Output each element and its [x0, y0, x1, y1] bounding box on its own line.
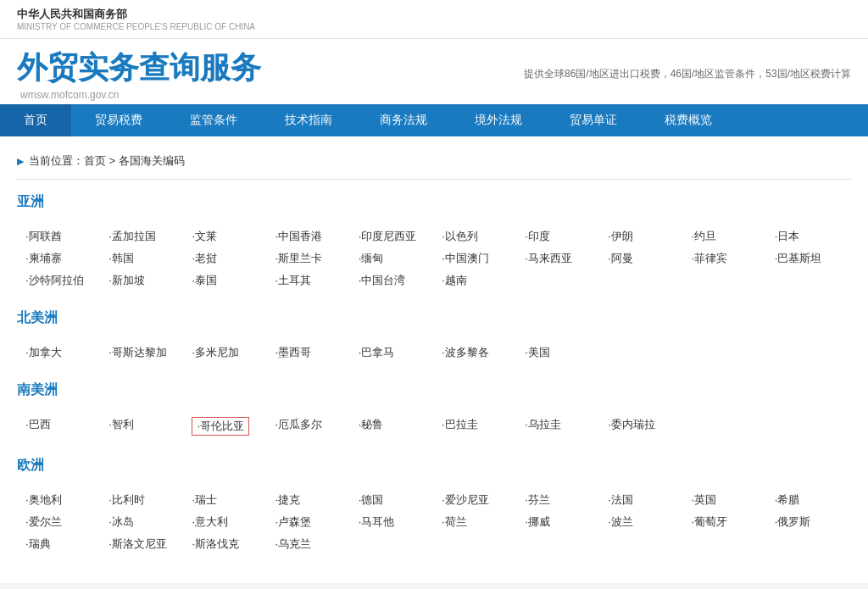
country-portugal[interactable]: ·葡萄牙: [692, 515, 728, 528]
breadcrumb: 当前位置：首页 > 各国海关编码: [17, 147, 851, 180]
country-norway[interactable]: ·挪威: [525, 515, 550, 528]
site-description: 提供全球86国/地区进出口税费，46国/地区监管条件，53国/地区税费计算: [524, 65, 851, 82]
country-puertorico[interactable]: ·波多黎各: [442, 346, 489, 358]
country-netherlands[interactable]: ·荷兰: [442, 515, 467, 528]
country-indonesia[interactable]: ·印度尼西亚: [359, 230, 417, 242]
country-pakistan[interactable]: ·巴基斯坦: [775, 252, 822, 264]
nav-tax-overview[interactable]: 税费概览: [641, 104, 736, 136]
nav-overseas-law[interactable]: 境外法规: [451, 104, 546, 136]
country-france[interactable]: ·法国: [608, 493, 633, 506]
nav-trade-tax[interactable]: 贸易税费: [71, 104, 166, 136]
country-sweden[interactable]: ·瑞典: [25, 537, 51, 550]
country-chile[interactable]: ·智利: [108, 418, 134, 431]
country-hk[interactable]: ·中国香港: [275, 230, 323, 242]
country-turkey[interactable]: ·土耳其: [275, 274, 312, 286]
europe-countries-table: ·奥地利 ·比利时 ·瑞士 ·捷克 ·德国 ·爱沙尼亚 ·芬兰 ·法国 ·英国 …: [17, 488, 851, 556]
country-jordan[interactable]: ·约旦: [692, 230, 717, 242]
country-saudi[interactable]: ·沙特阿拉伯: [25, 274, 84, 286]
ministry-name-en: MINISTRY OF COMMERCE PEOPLE'S REPUBLIC O…: [17, 22, 851, 31]
country-bangladesh[interactable]: ·孟加拉国: [108, 230, 156, 242]
country-paraguay[interactable]: ·巴拉圭: [442, 418, 478, 431]
country-canada[interactable]: ·加拿大: [25, 346, 62, 358]
country-malta[interactable]: ·马耳他: [359, 515, 395, 528]
country-macau[interactable]: ·中国澳门: [442, 252, 489, 264]
region-europe-title: 欧洲: [17, 457, 851, 480]
country-iran[interactable]: ·伊朗: [608, 230, 633, 242]
country-austria[interactable]: ·奥地利: [25, 493, 62, 506]
content-area: 当前位置：首页 > 各国海关编码 亚洲 ·阿联酋 ·孟加拉国 ·文莱 ·中国香港…: [0, 136, 868, 583]
country-germany[interactable]: ·德国: [359, 493, 384, 506]
country-brazil[interactable]: ·巴西: [25, 418, 51, 431]
asia-countries-table: ·阿联酋 ·孟加拉国 ·文莱 ·中国香港 ·印度尼西亚 ·以色列 ·印度 ·伊朗…: [17, 225, 851, 292]
country-russia[interactable]: ·俄罗斯: [775, 515, 811, 528]
country-brunei[interactable]: ·文莱: [192, 230, 217, 242]
country-costarica[interactable]: ·哥斯达黎加: [108, 346, 167, 358]
south-america-countries-table: ·巴西 ·智利 ·哥伦比亚 ·厄瓜多尔 ·秘鲁 ·巴拉圭 ·乌拉圭 ·委内瑞拉: [17, 413, 851, 440]
site-title: 外贸实务查询服务: [17, 47, 261, 89]
country-philippines[interactable]: ·菲律宾: [692, 252, 728, 264]
region-north-america-title: 北美洲: [17, 309, 851, 332]
nav-supervision[interactable]: 监管条件: [166, 104, 261, 136]
country-singapore[interactable]: ·新加坡: [108, 274, 145, 286]
north-america-countries-table: ·加拿大 ·哥斯达黎加 ·多米尼加 ·墨西哥 ·巴拿马 ·波多黎各 ·美国: [17, 341, 851, 364]
country-ukraine[interactable]: ·乌克兰: [275, 537, 312, 550]
country-switzerland[interactable]: ·瑞士: [192, 493, 217, 506]
country-uae[interactable]: ·阿联酋: [25, 230, 62, 242]
country-panama[interactable]: ·巴拿马: [359, 346, 395, 358]
country-slovakia[interactable]: ·斯洛伐克: [192, 537, 239, 550]
country-uruguay[interactable]: ·乌拉圭: [525, 418, 561, 431]
country-malaysia[interactable]: ·马来西亚: [525, 252, 572, 264]
country-luxembourg[interactable]: ·卢森堡: [275, 515, 312, 528]
country-cambodia[interactable]: ·柬埔寨: [25, 252, 62, 264]
country-iceland[interactable]: ·冰岛: [108, 515, 134, 528]
country-venezuela[interactable]: ·委内瑞拉: [608, 418, 655, 431]
country-slovenia[interactable]: ·斯洛文尼亚: [108, 537, 167, 550]
country-finland[interactable]: ·芬兰: [525, 493, 550, 506]
country-dominica[interactable]: ·多米尼加: [192, 346, 239, 358]
country-oman[interactable]: ·阿曼: [608, 252, 633, 264]
region-south-america: 南美洲 ·巴西 ·智利 ·哥伦比亚 ·厄瓜多尔 ·秘鲁 ·巴拉圭 ·乌拉圭 ·委…: [17, 381, 851, 440]
region-asia: 亚洲 ·阿联酋 ·孟加拉国 ·文莱 ·中国香港 ·印度尼西亚 ·以色列 ·印度 …: [17, 193, 851, 292]
country-korea[interactable]: ·韩国: [108, 252, 134, 264]
country-italy[interactable]: ·意大利: [192, 515, 228, 528]
country-belgium[interactable]: ·比利时: [108, 493, 145, 506]
country-mexico[interactable]: ·墨西哥: [275, 346, 312, 358]
country-vietnam[interactable]: ·越南: [442, 274, 467, 286]
country-thailand[interactable]: ·泰国: [192, 274, 217, 286]
country-laos[interactable]: ·老挝: [192, 252, 217, 264]
nav-home[interactable]: 首页: [0, 104, 71, 136]
country-uk[interactable]: ·英国: [692, 493, 717, 506]
country-srilanka[interactable]: ·斯里兰卡: [275, 252, 323, 264]
region-north-america: 北美洲 ·加拿大 ·哥斯达黎加 ·多米尼加 ·墨西哥 ·巴拿马 ·波多黎各 ·美…: [17, 309, 851, 364]
ministry-name-cn: 中华人民共和国商务部: [17, 7, 851, 22]
site-url: wmsw.mofcom.gov.cn: [17, 89, 261, 101]
nav-bar: 首页 贸易税费 监管条件 技术指南 商务法规 境外法规 贸易单证 税费概览: [0, 104, 868, 136]
country-india[interactable]: ·印度: [525, 230, 550, 242]
country-colombia[interactable]: ·哥伦比亚: [192, 417, 249, 436]
nav-tech-guide[interactable]: 技术指南: [261, 104, 356, 136]
region-europe: 欧洲 ·奥地利 ·比利时 ·瑞士 ·捷克 ·德国 ·爱沙尼亚 ·芬兰 ·法国 ·…: [17, 457, 851, 556]
region-asia-title: 亚洲: [17, 193, 851, 216]
country-poland[interactable]: ·波兰: [608, 515, 633, 528]
country-estonia[interactable]: ·爱沙尼亚: [442, 493, 489, 506]
country-israel[interactable]: ·以色列: [442, 230, 478, 242]
country-usa[interactable]: ·美国: [525, 346, 550, 358]
country-japan[interactable]: ·日本: [775, 230, 800, 242]
country-greece[interactable]: ·希腊: [775, 493, 800, 506]
country-myanmar[interactable]: ·缅甸: [359, 252, 384, 264]
country-peru[interactable]: ·秘鲁: [359, 418, 384, 431]
nav-trade-doc[interactable]: 贸易单证: [546, 104, 641, 136]
country-czech[interactable]: ·捷克: [275, 493, 301, 506]
country-taiwan[interactable]: ·中国台湾: [359, 274, 406, 286]
country-ireland[interactable]: ·爱尔兰: [25, 515, 62, 528]
country-ecuador[interactable]: ·厄瓜多尔: [275, 418, 323, 431]
region-south-america-title: 南美洲: [17, 381, 851, 404]
nav-commerce-law[interactable]: 商务法规: [356, 104, 451, 136]
